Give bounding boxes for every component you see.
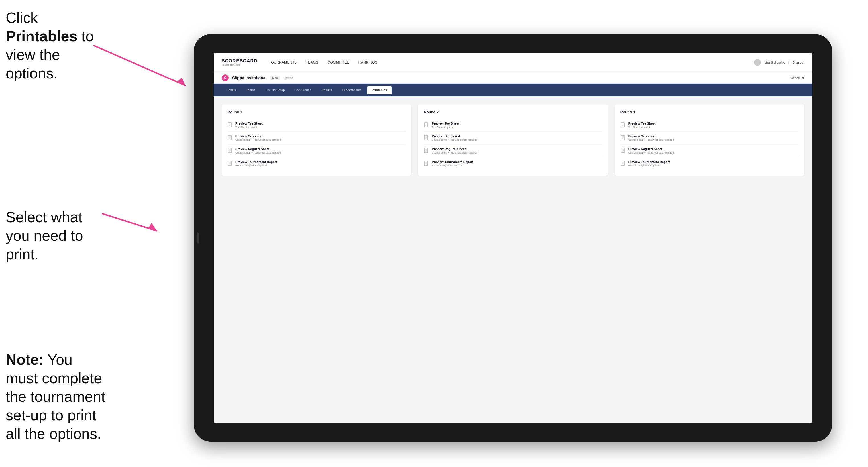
round1-scorecard[interactable]: Preview Scorecard Course setup + Tee She… — [227, 132, 405, 145]
round2-scorecard[interactable]: Preview Scorecard Course setup + Tee She… — [424, 132, 602, 145]
document-icon — [424, 148, 429, 154]
round-2-section: Round 2 Preview Tee Sheet Tee Sheet requ… — [418, 104, 608, 176]
round1-tournament-report-text: Preview Tournament Report Round Completi… — [236, 160, 277, 167]
round2-tournament-report[interactable]: Preview Tournament Report Round Completi… — [424, 157, 602, 170]
tab-results[interactable]: Results — [317, 86, 337, 94]
tournament-badge: Men — [270, 76, 280, 80]
round-2-title: Round 2 — [424, 110, 602, 114]
round-1-title: Round 1 — [227, 110, 405, 114]
svg-marker-3 — [148, 223, 157, 231]
nav-tournaments[interactable]: TOURNAMENTS — [269, 60, 297, 64]
round-3-title: Round 3 — [620, 110, 799, 114]
sub-nav: Details Teams Course Setup Tee Groups Re… — [214, 84, 812, 96]
logo-title: SCOREBOARD — [222, 58, 258, 64]
round2-raguzzi-text: Preview Raguzzi Sheet Course setup + Tee… — [432, 147, 477, 154]
tournament-name: Clippd Invitational — [232, 75, 267, 80]
round3-scorecard-text: Preview Scorecard Course setup + Tee She… — [628, 134, 674, 141]
document-icon — [620, 122, 625, 128]
note-bold: Note: — [6, 351, 43, 368]
round3-raguzzi-text: Preview Raguzzi Sheet Course setup + Tee… — [628, 147, 674, 154]
round2-tee-sheet[interactable]: Preview Tee Sheet Tee Sheet required — [424, 119, 602, 132]
round1-tournament-report[interactable]: Preview Tournament Report Round Completi… — [227, 157, 405, 170]
round1-raguzzi-sublabel: Course setup + Tee Sheet data required — [236, 151, 281, 154]
round3-raguzzi[interactable]: Preview Raguzzi Sheet Course setup + Tee… — [620, 145, 799, 157]
cancel-button[interactable]: Cancel ✕ — [791, 76, 804, 80]
main-content: Round 1 Preview Tee Sheet Tee Sheet requ… — [214, 96, 812, 423]
round2-raguzzi-label: Preview Raguzzi Sheet — [432, 147, 477, 151]
round3-tee-sheet[interactable]: Preview Tee Sheet Tee Sheet required — [620, 119, 799, 132]
tab-course-setup[interactable]: Course Setup — [261, 86, 289, 94]
tab-details[interactable]: Details — [222, 86, 241, 94]
round2-raguzzi[interactable]: Preview Raguzzi Sheet Course setup + Tee… — [424, 145, 602, 157]
document-icon — [620, 135, 625, 141]
nav-committee[interactable]: COMMITTEE — [328, 60, 349, 64]
top-nav: SCOREBOARD Powered by clippd TOURNAMENTS… — [214, 53, 812, 72]
tablet-screen: SCOREBOARD Powered by clippd TOURNAMENTS… — [214, 53, 812, 423]
round2-scorecard-sublabel: Course setup + Tee Sheet data required — [432, 138, 477, 141]
round1-scorecard-text: Preview Scorecard Course setup + Tee She… — [236, 134, 281, 141]
document-icon — [227, 148, 232, 154]
round3-scorecard[interactable]: Preview Scorecard Course setup + Tee She… — [620, 132, 799, 145]
printables-bold: Printables — [6, 28, 77, 44]
document-icon — [227, 122, 232, 128]
round2-tournament-report-sublabel: Round Completion required — [432, 164, 473, 167]
round3-raguzzi-label: Preview Raguzzi Sheet — [628, 147, 674, 151]
round2-tournament-report-label: Preview Tournament Report — [432, 160, 473, 163]
round1-raguzzi[interactable]: Preview Raguzzi Sheet Course setup + Tee… — [227, 145, 405, 157]
round1-raguzzi-text: Preview Raguzzi Sheet Course setup + Tee… — [236, 147, 281, 154]
instruction-top-text: Click Printables toview the options. — [6, 9, 94, 82]
round3-raguzzi-sublabel: Course setup + Tee Sheet data required — [628, 151, 674, 154]
tournament-header: C Clippd Invitational Men Hosting Cancel… — [214, 72, 812, 84]
round1-scorecard-sublabel: Course setup + Tee Sheet data required — [236, 138, 281, 141]
tab-teams[interactable]: Teams — [242, 86, 260, 94]
tournament-title-row: C Clippd Invitational Men Hosting — [222, 74, 293, 81]
round3-tee-sheet-text: Preview Tee Sheet Tee Sheet required — [628, 122, 656, 128]
tablet-frame: SCOREBOARD Powered by clippd TOURNAMENTS… — [194, 34, 832, 442]
tab-leaderboards[interactable]: Leaderboards — [338, 86, 366, 94]
arrow-top-annotation — [91, 40, 194, 91]
document-icon — [227, 135, 232, 141]
round3-tournament-report[interactable]: Preview Tournament Report Round Completi… — [620, 157, 799, 170]
round2-raguzzi-sublabel: Course setup + Tee Sheet data required — [432, 151, 477, 154]
round1-tee-sheet-label: Preview Tee Sheet — [236, 122, 263, 125]
user-email: blair@clippd.io — [764, 61, 785, 64]
round1-tee-sheet-text: Preview Tee Sheet Tee Sheet required — [236, 122, 263, 128]
round1-raguzzi-label: Preview Raguzzi Sheet — [236, 147, 281, 151]
svg-line-0 — [94, 45, 185, 86]
round2-scorecard-text: Preview Scorecard Course setup + Tee She… — [432, 134, 477, 141]
round1-scorecard-label: Preview Scorecard — [236, 134, 281, 138]
round-1-section: Round 1 Preview Tee Sheet Tee Sheet requ… — [222, 104, 411, 176]
instruction-mid: Select what you need to print. — [6, 208, 102, 263]
rounds-grid: Round 1 Preview Tee Sheet Tee Sheet requ… — [222, 104, 804, 176]
scoreboard-logo: SCOREBOARD Powered by clippd — [222, 58, 258, 66]
document-icon — [424, 122, 429, 128]
round1-tournament-report-sublabel: Round Completion required — [236, 164, 277, 167]
tab-printables[interactable]: Printables — [367, 86, 392, 94]
round2-tee-sheet-sublabel: Tee Sheet required — [432, 126, 459, 128]
tournament-status: Hosting — [283, 76, 293, 80]
top-right: blair@clippd.io | Sign out — [754, 59, 804, 66]
round3-tee-sheet-sublabel: Tee Sheet required — [628, 126, 656, 128]
nav-teams[interactable]: TEAMS — [306, 60, 318, 64]
round3-tournament-report-sublabel: Round Completion required — [628, 164, 670, 167]
round3-scorecard-label: Preview Scorecard — [628, 134, 674, 138]
sign-out-link[interactable]: Sign out — [793, 61, 804, 64]
document-icon — [424, 161, 429, 166]
document-icon — [424, 135, 429, 141]
round2-tournament-report-text: Preview Tournament Report Round Completi… — [432, 160, 473, 167]
tab-tee-groups[interactable]: Tee Groups — [290, 86, 316, 94]
document-icon — [620, 148, 625, 154]
instruction-top: Click Printables toview the options. — [6, 8, 102, 83]
tablet-side-button — [197, 232, 199, 244]
round2-tee-sheet-label: Preview Tee Sheet — [432, 122, 459, 125]
tournament-logo: C — [222, 74, 228, 81]
separator: | — [788, 61, 789, 64]
round-3-section: Round 3 Preview Tee Sheet Tee Sheet requ… — [615, 104, 804, 176]
instruction-bottom: Note: You must complete the tournament s… — [6, 350, 108, 443]
nav-rankings[interactable]: RANKINGS — [359, 60, 378, 64]
instruction-mid-text: Select what you need to print. — [6, 209, 83, 262]
document-icon — [620, 161, 625, 166]
round1-tee-sheet[interactable]: Preview Tee Sheet Tee Sheet required — [227, 119, 405, 132]
round2-tee-sheet-text: Preview Tee Sheet Tee Sheet required — [432, 122, 459, 128]
round1-tee-sheet-sublabel: Tee Sheet required — [236, 126, 263, 128]
